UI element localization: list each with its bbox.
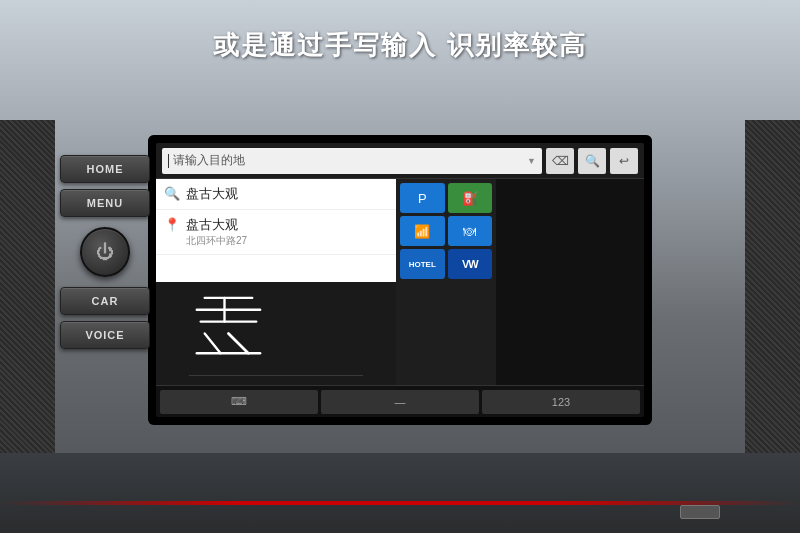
search-icon: 🔍	[585, 154, 600, 168]
back-icon: ↩	[619, 154, 629, 168]
search-input-box[interactable]: 请输入目的地 ▼	[162, 148, 542, 174]
clear-icon: ⌫	[552, 154, 569, 168]
restaurant-button[interactable]: 🍽	[448, 216, 493, 246]
slider-control[interactable]	[680, 505, 720, 519]
bottom-dashboard	[0, 453, 800, 533]
parking-icon: P	[418, 191, 427, 206]
car-button[interactable]: CAR	[60, 287, 150, 315]
fuel-button[interactable]: ⛽	[448, 183, 493, 213]
left-control-panel: HOME MENU ⏻ CAR VOICE	[60, 155, 150, 349]
home-button[interactable]: HOME	[60, 155, 150, 183]
handwriting-area[interactable]	[156, 282, 396, 385]
back-button[interactable]: ↩	[610, 148, 638, 174]
numbers-button[interactable]: 123	[482, 390, 640, 414]
dash-icon: —	[395, 396, 406, 408]
icon-row-2: 📶 🍽	[400, 216, 492, 246]
dropdown-arrow-icon: ▼	[527, 156, 536, 166]
suggestion-list: 🔍 盘古大观 📍 盘古大观 北四环中路27	[156, 179, 396, 282]
wifi-icon: 📶	[414, 224, 430, 239]
location-suggestion-icon: 📍	[164, 217, 180, 232]
suggestion-item-1[interactable]: 🔍 盘古大观	[156, 179, 396, 210]
screen-body: 🔍 盘古大观 📍 盘古大观 北四环中路27	[156, 179, 644, 385]
power-icon: ⏻	[96, 242, 114, 263]
keyboard-icon: ⌨	[231, 395, 247, 408]
left-content: 🔍 盘古大观 📍 盘古大观 北四环中路27	[156, 179, 396, 385]
suggestion-text-2: 盘古大观 北四环中路27	[186, 216, 247, 248]
parking-button[interactable]: P	[400, 183, 445, 213]
screen-bezel: 请输入目的地 ▼ ⌫ 🔍 ↩ 🔍	[148, 135, 652, 425]
icon-row-1: P ⛽	[400, 183, 492, 213]
keyboard-button[interactable]: ⌨	[160, 390, 318, 414]
annotation-text: 或是通过手写输入 识别率较高	[0, 28, 800, 63]
suggestion-item-2[interactable]: 📍 盘古大观 北四环中路27	[156, 210, 396, 255]
dash-button[interactable]: —	[321, 390, 479, 414]
menu-button[interactable]: MENU	[60, 189, 150, 217]
voice-button[interactable]: VOICE	[60, 321, 150, 349]
input-cursor	[168, 154, 169, 168]
handwriting-svg	[156, 282, 396, 385]
right-icon-panel: P ⛽ 📶 🍽 HOTEL	[396, 179, 496, 385]
screen-header: 请输入目的地 ▼ ⌫ 🔍 ↩	[156, 143, 644, 179]
screen-footer: ⌨ — 123	[156, 385, 644, 417]
search-button[interactable]: 🔍	[578, 148, 606, 174]
wifi-button[interactable]: 📶	[400, 216, 445, 246]
vw-button[interactable]: VW	[448, 249, 493, 279]
vw-logo-icon: VW	[462, 258, 478, 270]
screen-display: 请输入目的地 ▼ ⌫ 🔍 ↩ 🔍	[156, 143, 644, 417]
search-suggestion-icon: 🔍	[164, 186, 180, 201]
power-button[interactable]: ⏻	[80, 227, 130, 277]
hotel-icon: HOTEL	[409, 260, 436, 269]
hotel-button[interactable]: HOTEL	[400, 249, 445, 279]
search-placeholder: 请输入目的地	[173, 152, 245, 169]
icon-row-3: HOTEL VW	[400, 249, 492, 279]
clear-button[interactable]: ⌫	[546, 148, 574, 174]
fuel-icon: ⛽	[462, 191, 478, 206]
restaurant-icon: 🍽	[463, 224, 476, 239]
suggestion-text-1: 盘古大观	[186, 185, 238, 203]
